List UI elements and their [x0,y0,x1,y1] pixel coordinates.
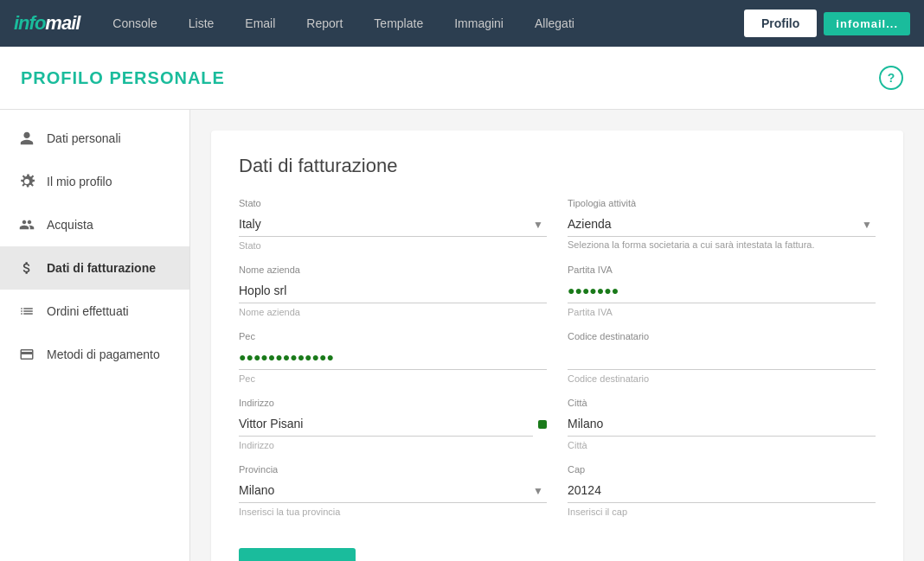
sidebar-item-dati-fatturazione[interactable]: Dati di fatturazione [0,246,189,290]
dollar-icon [17,258,36,277]
pec-sublabel: Pec [239,373,547,384]
partita-iva-sublabel: Partita IVA [568,307,876,317]
sidebar-item-il-mio-profilo[interactable]: Il mio profilo [0,160,189,203]
cap-sublabel: Inserisci il cap [568,507,876,517]
cap-input[interactable] [568,478,876,503]
citta-sublabel: Città [568,440,876,450]
card-icon [17,345,36,364]
nav-allegati[interactable]: Allegati [519,0,590,47]
sidebar: Dati personali Il mio profilo Acquista D… [0,110,190,561]
codice-destinatario-label: Codice destinatario [568,331,876,341]
form-col-citta: Città Città [568,398,876,450]
address-dot-icon [538,420,547,429]
stato-select-wrapper: Italy ▼ [239,212,547,237]
nome-azienda-label: Nome azienda [239,265,547,275]
form-col-provincia: Provincia Milano ▼ Inserisci la tua prov… [239,464,547,517]
profilo-button[interactable]: Profilo [744,10,817,37]
indirizzo-label: Indirizzo [239,398,547,408]
sidebar-item-label: Metodi di pagamento [47,347,160,361]
nav-report[interactable]: Report [291,0,358,47]
help-icon[interactable]: ? [879,66,903,90]
form-col-codice-destinatario: Codice destinatario Codice destinatario [568,331,876,384]
tipologia-label: Tipologia attività [568,198,876,208]
form-row-indirizzo: Indirizzo Indirizzo Città Città [239,398,876,450]
stato-select[interactable]: Italy [239,212,547,237]
list-icon [17,302,36,321]
citta-label: Città [568,398,876,408]
sidebar-item-label: Dati personali [47,131,121,145]
page-header: PROFILO PERSONALE ? [0,47,924,110]
codice-destinatario-sublabel: Codice destinatario [568,373,876,384]
form-card: Dati di fatturazione Stato Italy ▼ Stato… [211,131,903,561]
form-col-cap: Cap Inserisci il cap [568,464,876,517]
nav-console[interactable]: Console [97,0,172,47]
form-col-indirizzo: Indirizzo Indirizzo [239,398,547,450]
sidebar-item-label: Acquista [47,218,93,232]
form-row-provincia: Provincia Milano ▼ Inserisci la tua prov… [239,464,876,517]
indirizzo-sublabel: Indirizzo [239,440,547,450]
sidebar-item-label: Ordini effettuati [47,304,129,318]
form-actions: Salva [239,531,876,561]
form-col-stato: Stato Italy ▼ Stato [239,198,547,251]
nav-email[interactable]: Email [229,0,291,47]
partita-iva-label: Partita IVA [568,265,876,275]
provincia-sublabel: Inserisci la tua provincia [239,507,547,517]
sidebar-item-ordini-effettuati[interactable]: Ordini effettuati [0,290,189,333]
sidebar-item-label: Dati di fatturazione [47,261,156,275]
form-col-tipologia: Tipologia attività Azienda ▼ Seleziona l… [568,198,876,251]
provincia-select-wrapper: Milano ▼ [239,478,547,503]
nav-liste[interactable]: Liste [173,0,230,47]
logo-mail: mail [45,12,80,34]
page-title: PROFILO PERSONALE [21,68,225,88]
form-col-nome-azienda: Nome azienda Nome azienda [239,265,547,317]
form-title: Dati di fatturazione [239,155,876,177]
nome-azienda-sublabel: Nome azienda [239,307,547,317]
main-layout: Dati personali Il mio profilo Acquista D… [0,110,924,561]
pec-label: Pec [239,331,547,341]
settings-icon [17,172,36,191]
form-col-partita-iva: Partita IVA Partita IVA [568,265,876,317]
logo[interactable]: infomail [14,12,80,35]
nav-right: Profilo infomail... [744,10,910,37]
citta-input[interactable] [568,411,876,437]
codice-destinatario-input[interactable] [568,345,876,370]
indirizzo-input-wrapper [239,411,547,437]
content-area: Dati di fatturazione Stato Italy ▼ Stato… [190,110,924,561]
stato-label: Stato [239,198,547,208]
user-badge: infomail... [824,12,910,35]
form-row-azienda: Nome azienda Nome azienda Partita IVA Pa… [239,265,876,317]
nome-azienda-input[interactable] [239,278,547,303]
person-icon [17,129,36,148]
nav-immagini[interactable]: Immagini [439,0,519,47]
nav-links: Console Liste Email Report Template Imma… [97,0,744,47]
people-icon [17,215,36,234]
sidebar-item-label: Il mio profilo [47,175,112,188]
provincia-select[interactable]: Milano [239,478,547,503]
sidebar-item-metodi-pagamento[interactable]: Metodi di pagamento [0,333,189,376]
cap-label: Cap [568,464,876,475]
logo-info: info [14,12,45,34]
tipologia-select-wrapper: Azienda ▼ [568,212,876,237]
form-row-stato: Stato Italy ▼ Stato Tipologia attività A… [239,198,876,251]
tipologia-select[interactable]: Azienda [568,212,876,237]
nav-template[interactable]: Template [358,0,439,47]
navbar: infomail Console Liste Email Report Temp… [0,0,924,47]
form-row-pec: Pec Pec Codice destinatario Codice desti… [239,331,876,384]
save-button[interactable]: Salva [239,548,356,561]
sidebar-item-acquista[interactable]: Acquista [0,203,189,246]
pec-input[interactable] [239,345,547,370]
stato-sublabel: Stato [239,240,547,251]
tipologia-sublabel: Seleziona la forma societaria a cui sarà… [568,239,876,250]
provincia-label: Provincia [239,464,547,475]
indirizzo-input[interactable] [239,411,533,437]
partita-iva-input[interactable] [568,278,876,303]
sidebar-item-dati-personali[interactable]: Dati personali [0,117,189,160]
form-col-pec: Pec Pec [239,331,547,384]
